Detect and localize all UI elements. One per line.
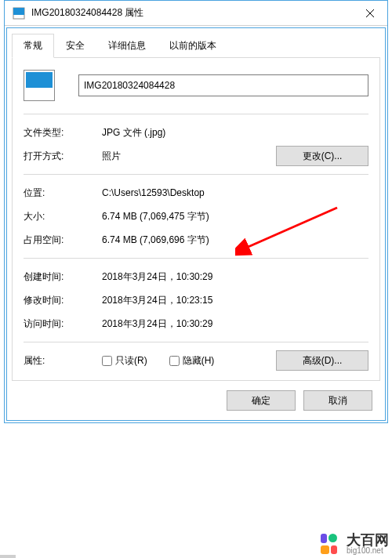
value-size: 6.74 MB (7,069,475 字节) <box>102 210 368 223</box>
tab-security[interactable]: 安全 <box>54 34 96 57</box>
value-opens-with: 照片 <box>102 150 276 163</box>
cancel-button[interactable]: 取消 <box>303 390 372 411</box>
value-modified: 2018年3月24日，10:23:15 <box>102 294 368 307</box>
tab-strip: 常规 安全 详细信息 以前的版本 <box>12 34 380 58</box>
advanced-button[interactable]: 高级(D)... <box>276 350 368 371</box>
label-size-on-disk: 占用空间: <box>24 234 102 247</box>
separator <box>24 342 368 342</box>
svg-rect-1 <box>13 8 24 15</box>
value-accessed: 2018年3月24日，10:30:29 <box>102 317 368 331</box>
checkbox-readonly-input[interactable] <box>102 356 112 366</box>
ok-button[interactable]: 确定 <box>227 390 296 411</box>
watermark-logo-icon <box>320 533 342 555</box>
separator <box>24 258 368 259</box>
close-button[interactable] <box>353 1 387 26</box>
checkbox-readonly[interactable]: 只读(R) <box>102 354 147 368</box>
filename-input[interactable] <box>78 74 368 96</box>
window-title: IMG20180324084428 属性 <box>28 6 353 20</box>
titlebar: IMG20180324084428 属性 <box>5 1 387 26</box>
value-size-on-disk: 6.74 MB (7,069,696 字节) <box>102 234 368 247</box>
scrollbar-hint <box>0 555 16 558</box>
label-opens-with: 打开方式: <box>24 150 102 163</box>
watermark: 大百网 big100.net <box>320 533 389 555</box>
tab-previous-versions[interactable]: 以前的版本 <box>158 34 228 57</box>
value-filetype: JPG 文件 (.jpg) <box>102 126 368 140</box>
value-created: 2018年3月24日，10:30:29 <box>102 270 368 284</box>
label-attributes: 属性: <box>24 354 102 368</box>
label-modified: 修改时间: <box>24 294 102 307</box>
separator <box>24 174 368 175</box>
label-location: 位置: <box>24 187 102 200</box>
label-created: 创建时间: <box>24 270 102 284</box>
checkbox-hidden-input[interactable] <box>169 356 180 366</box>
value-location: C:\Users\12593\Desktop <box>102 187 368 198</box>
checkbox-hidden[interactable]: 隐藏(H) <box>169 354 215 368</box>
watermark-url: big100.net <box>347 547 389 555</box>
checkbox-hidden-label: 隐藏(H) <box>183 354 215 368</box>
tab-panel-general: 文件类型: JPG 文件 (.jpg) 打开方式: 照片 更改(C)... 位置… <box>12 57 380 381</box>
properties-dialog: IMG20180324084428 属性 常规 安全 详细信息 以前的版本 文件… <box>4 0 388 423</box>
watermark-brand: 大百网 <box>347 533 389 547</box>
label-accessed: 访问时间: <box>24 317 102 331</box>
change-button[interactable]: 更改(C)... <box>276 146 368 166</box>
label-size: 大小: <box>24 210 102 223</box>
tab-general[interactable]: 常规 <box>12 34 54 58</box>
file-type-icon <box>24 70 55 101</box>
checkbox-readonly-label: 只读(R) <box>115 354 147 368</box>
file-icon <box>9 7 28 20</box>
label-filetype: 文件类型: <box>24 126 102 140</box>
dialog-footer: 确定 取消 <box>12 381 380 420</box>
separator <box>24 114 368 114</box>
dialog-inner: 常规 安全 详细信息 以前的版本 文件类型: JPG 文件 (.jpg) 打开方… <box>6 27 386 421</box>
tab-details[interactable]: 详细信息 <box>96 34 158 57</box>
